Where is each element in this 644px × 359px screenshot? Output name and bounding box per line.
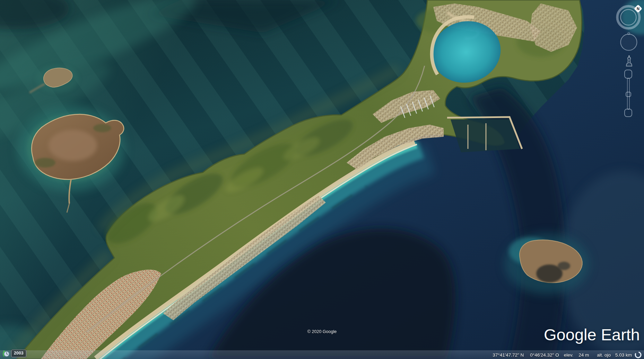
copyright-attribution: © 2020 Google (307, 329, 337, 334)
google-earth-viewport[interactable]: N 2003 (0, 0, 644, 359)
latitude-readout: 37°41'47.72" N (493, 352, 524, 358)
loading-ring-icon (634, 351, 642, 359)
zoom-slider[interactable] (625, 70, 632, 117)
island-right (505, 233, 589, 294)
elevation-label: elev. (564, 352, 574, 358)
longitude-readout: 0°46'24.32" O (530, 352, 559, 358)
zoom-out-button (625, 109, 632, 117)
zoom-in-button (625, 70, 632, 78)
eye-altitude-value: 5.03 km (615, 352, 632, 358)
zoom-handle (626, 92, 631, 97)
satellite-imagery[interactable] (0, 0, 644, 359)
status-bar: 37°41'47.72" N 0°46'24.32" O elev. 24 m … (0, 350, 644, 359)
island-left (17, 107, 125, 213)
elevation-value: 24 m (578, 352, 589, 358)
pegman-icon[interactable] (626, 56, 632, 66)
north-indicator[interactable]: N (634, 5, 642, 13)
google-earth-logo: Google Earth (544, 326, 640, 343)
svg-text:N: N (637, 7, 639, 11)
eye-altitude-label: alt. ojo (597, 352, 611, 358)
look-joystick-icon[interactable] (621, 33, 637, 51)
navigation-controls[interactable]: N (606, 0, 644, 125)
